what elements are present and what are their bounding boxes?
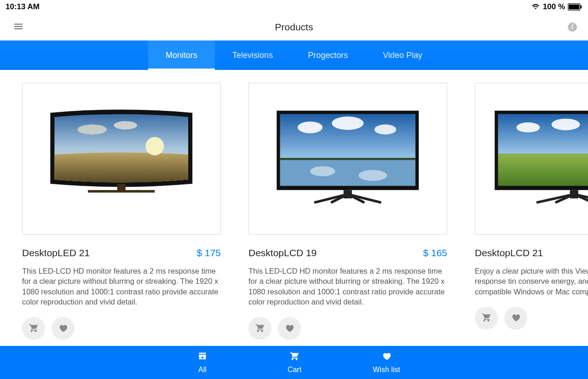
add-to-wishlist-button[interactable] (278, 317, 301, 340)
info-button[interactable]: i (568, 23, 577, 32)
store-icon (197, 351, 208, 363)
battery-icon (568, 3, 582, 11)
product-description: This LED-LCD HD monitor features a 2 ms … (248, 266, 447, 307)
heart-icon (381, 351, 392, 363)
add-to-cart-button[interactable] (248, 317, 271, 340)
menu-icon (13, 27, 24, 34)
page-title: Products (275, 22, 313, 33)
app-header: Products i (0, 14, 588, 40)
product-card: DesktopLCD 19$ 165This LED-LCD HD monito… (248, 83, 447, 340)
bottom-nav-label: Cart (288, 366, 301, 374)
tab-televisions[interactable]: Televisions (215, 40, 290, 70)
status-bar: 10:13 AM 100 % (0, 0, 588, 14)
product-price: $ 165 (423, 247, 447, 258)
product-name: DesktopLCD 21 (475, 247, 543, 258)
heart-icon (58, 323, 68, 334)
product-image[interactable] (22, 83, 221, 235)
battery-percent: 100 % (543, 2, 565, 11)
heart-icon (284, 323, 294, 334)
bottom-nav-wish-list[interactable]: Wish list (340, 346, 432, 379)
product-description: Enjoy a clear picture with this View whi… (475, 266, 588, 297)
status-time: 10:13 AM (6, 2, 40, 11)
product-name: DesktopLCD 19 (248, 247, 317, 258)
heart-icon (511, 312, 521, 324)
menu-button[interactable] (13, 21, 24, 34)
add-to-wishlist-button[interactable] (52, 317, 75, 340)
product-name: DesktopLED 21 (22, 247, 90, 258)
cart-icon (289, 351, 300, 363)
wifi-icon (531, 3, 540, 11)
bottom-nav-all[interactable]: All (156, 346, 248, 379)
tab-monitors[interactable]: Monitors (148, 40, 215, 70)
bottom-nav: AllCartWish list (0, 346, 588, 379)
tab-video-play[interactable]: Video Play (365, 40, 440, 70)
cart-icon (29, 323, 39, 334)
product-description: This LED-LCD HD monitor features a 2 ms … (22, 266, 221, 307)
add-to-cart-button[interactable] (22, 317, 45, 340)
bottom-nav-label: All (198, 366, 207, 374)
product-card: DesktopLED 21$ 175This LED-LCD HD monito… (22, 83, 221, 340)
cart-icon (481, 312, 491, 324)
category-tabs: MonitorsTelevisionsProgectorsVideo Play (0, 40, 588, 70)
cart-icon (255, 323, 265, 334)
product-image[interactable] (475, 83, 588, 235)
bottom-nav-label: Wish list (373, 366, 400, 374)
add-to-cart-button[interactable] (475, 307, 498, 330)
tab-progectors[interactable]: Progectors (290, 40, 365, 70)
product-image[interactable] (248, 83, 447, 235)
status-right: 100 % (531, 2, 582, 11)
bottom-nav-cart[interactable]: Cart (248, 346, 340, 379)
product-price: $ 175 (196, 247, 221, 258)
add-to-wishlist-button[interactable] (504, 307, 527, 330)
product-list[interactable]: DesktopLED 21$ 175This LED-LCD HD monito… (0, 70, 588, 340)
product-card: DesktopLCD 21Enjoy a clear picture with … (475, 83, 588, 340)
